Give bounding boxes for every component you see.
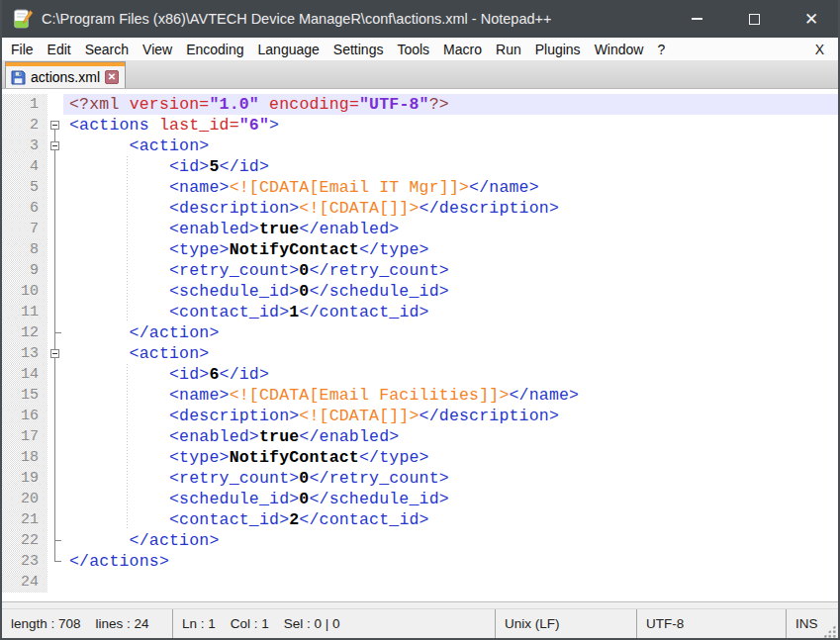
code-text[interactable] (63, 572, 838, 593)
code-line[interactable]: 18 <type>NotifyContact</type> (2, 447, 838, 468)
line-number[interactable]: 6 (2, 198, 47, 219)
code-line[interactable]: 6 <description><![CDATA[]]></description… (2, 198, 838, 219)
code-text[interactable]: <name><![CDATA[Email IT Mgr]]></name> (63, 177, 838, 198)
code-line[interactable]: 12 </action> (2, 322, 838, 343)
line-number[interactable]: 16 (2, 406, 47, 426)
code-line[interactable]: 23</actions> (2, 551, 838, 572)
line-number[interactable]: 7 (2, 219, 47, 239)
line-number[interactable]: 14 (2, 364, 47, 385)
code-line[interactable]: 24 (2, 572, 838, 593)
line-number[interactable]: 12 (2, 322, 47, 343)
code-line[interactable]: 2<actions last_id="6"> (2, 115, 838, 136)
code-line[interactable]: 9 <retry_count>0</retry_count> (2, 260, 838, 281)
line-number[interactable]: 4 (2, 156, 47, 177)
menu-window[interactable]: Window (588, 38, 651, 60)
code-text[interactable]: <type>NotifyContact</type> (63, 447, 838, 468)
code-line[interactable]: 1<?xml version="1.0" encoding="UTF-8"?> (2, 94, 838, 115)
code-line[interactable]: 17 <enabled>true</enabled> (2, 426, 838, 447)
code-text[interactable]: <retry_count>0</retry_count> (63, 468, 838, 489)
code-text[interactable]: <description><![CDATA[]]></description> (63, 198, 838, 219)
code-text[interactable]: <schedule_id>0</schedule_id> (63, 281, 838, 302)
menu-settings[interactable]: Settings (327, 38, 391, 60)
code-line[interactable]: 4 <id>5</id> (2, 156, 838, 177)
line-number[interactable]: 18 (2, 447, 47, 468)
code-line[interactable]: 21 <contact_id>2</contact_id> (2, 509, 838, 530)
menu-plugins[interactable]: Plugins (528, 38, 588, 60)
code-line[interactable]: 7 <enabled>true</enabled> (2, 219, 838, 239)
line-number[interactable]: 13 (2, 343, 47, 364)
titlebar[interactable]: C:\Program Files (x86)\AVTECH Device Man… (0, 0, 840, 38)
line-number[interactable]: 2 (2, 115, 47, 136)
line-number[interactable]: 11 (2, 302, 47, 322)
fold-collapse-icon[interactable] (50, 349, 59, 358)
code-line[interactable]: 19 <retry_count>0</retry_count> (2, 468, 838, 489)
line-number[interactable]: 22 (2, 530, 47, 551)
line-number[interactable]: 15 (2, 385, 47, 406)
minimize-button[interactable] (668, 0, 725, 38)
code-line[interactable]: 8 <type>NotifyContact</type> (2, 239, 838, 260)
code-text[interactable]: <contact_id>2</contact_id> (63, 509, 838, 530)
line-number[interactable]: 21 (2, 509, 47, 530)
menu-run[interactable]: Run (489, 38, 528, 60)
line-number[interactable]: 24 (2, 572, 47, 593)
editor-pane[interactable]: 1<?xml version="1.0" encoding="UTF-8"?>2… (2, 89, 838, 601)
menu-edit[interactable]: Edit (41, 38, 78, 60)
code-text[interactable]: <action> (63, 343, 838, 364)
menu-macro[interactable]: Macro (436, 38, 489, 60)
code-line[interactable]: 5 <name><![CDATA[Email IT Mgr]]></name> (2, 177, 838, 198)
code-text[interactable]: <name><![CDATA[Email Facilities]]></name… (63, 385, 838, 406)
menu-view[interactable]: View (136, 38, 179, 60)
code-text[interactable]: <description><![CDATA[]]></description> (63, 406, 838, 426)
code-text[interactable]: </actions> (63, 551, 838, 572)
menu-file[interactable]: File (4, 38, 41, 60)
status-encoding[interactable]: UTF-8 (636, 609, 786, 638)
status-insert-mode[interactable]: INS (795, 616, 818, 631)
tab-actions-xml[interactable]: actions.xml ✕ (5, 61, 126, 88)
code-line[interactable]: 14 <id>6</id> (2, 364, 838, 385)
line-number[interactable]: 19 (2, 468, 47, 489)
code-line[interactable]: 22 </action> (2, 530, 838, 551)
line-number[interactable]: 8 (2, 239, 47, 260)
maximize-button[interactable] (725, 0, 783, 38)
code-text[interactable]: </action> (63, 530, 838, 551)
code-text[interactable]: <enabled>true</enabled> (63, 219, 838, 239)
code-line[interactable]: 11 <contact_id>1</contact_id> (2, 302, 838, 322)
menu-language[interactable]: Language (251, 38, 327, 60)
line-number[interactable]: 23 (2, 551, 47, 572)
code-text[interactable]: <id>6</id> (63, 364, 838, 385)
code-line[interactable]: 16 <description><![CDATA[]]></descriptio… (2, 406, 838, 426)
line-number[interactable]: 20 (2, 489, 47, 509)
code-text[interactable]: </action> (63, 322, 838, 343)
fold-collapse-icon[interactable] (50, 141, 59, 150)
line-number[interactable]: 10 (2, 281, 47, 302)
menu-tools[interactable]: Tools (390, 38, 436, 60)
code-line[interactable]: 10 <schedule_id>0</schedule_id> (2, 281, 838, 302)
code-text[interactable]: <schedule_id>0</schedule_id> (63, 489, 838, 509)
code-line[interactable]: 13 <action> (2, 343, 838, 364)
tab-close-icon[interactable]: ✕ (105, 70, 119, 84)
line-number[interactable]: 1 (2, 94, 47, 115)
code-text[interactable]: <action> (63, 136, 838, 156)
fold-collapse-icon[interactable] (50, 121, 59, 130)
code-text[interactable]: <id>5</id> (63, 156, 838, 177)
code-line[interactable]: 20 <schedule_id>0</schedule_id> (2, 489, 838, 509)
close-button[interactable]: ✕ (783, 0, 840, 38)
code-line[interactable]: 3 <action> (2, 136, 838, 156)
code-text[interactable]: <?xml version="1.0" encoding="UTF-8"?> (63, 94, 838, 115)
code-text[interactable]: <enabled>true</enabled> (63, 426, 838, 447)
status-eol-format[interactable]: Unix (LF) (495, 609, 636, 638)
code-line[interactable]: 15 <name><![CDATA[Email Facilities]]></n… (2, 385, 838, 406)
menubar-close-document-button[interactable]: X (801, 42, 838, 57)
line-number[interactable]: 3 (2, 136, 47, 156)
menu-help[interactable]: ? (650, 38, 672, 60)
menu-search[interactable]: Search (78, 38, 136, 60)
line-number[interactable]: 9 (2, 260, 47, 281)
line-number[interactable]: 5 (2, 177, 47, 198)
resize-grip[interactable] (822, 624, 836, 638)
code-text[interactable]: <contact_id>1</contact_id> (63, 302, 838, 322)
line-number[interactable]: 17 (2, 426, 47, 447)
code-text[interactable]: <actions last_id="6"> (63, 115, 838, 136)
code-text[interactable]: <type>NotifyContact</type> (63, 239, 838, 260)
code-text[interactable]: <retry_count>0</retry_count> (63, 260, 838, 281)
menu-encoding[interactable]: Encoding (179, 38, 250, 60)
